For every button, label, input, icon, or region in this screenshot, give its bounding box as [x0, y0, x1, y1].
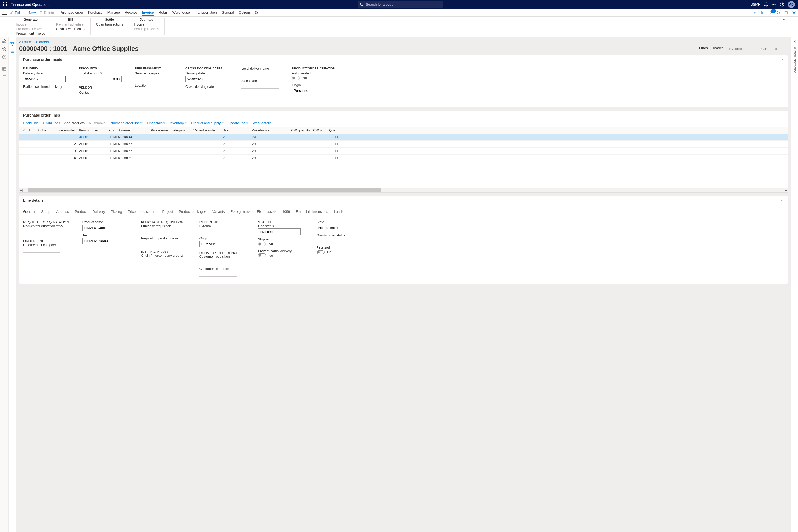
remove-button[interactable]: Remove	[89, 121, 105, 125]
nav-toggle-icon[interactable]	[2, 11, 7, 15]
delivery-date-input[interactable]	[23, 76, 66, 82]
service-category[interactable]	[135, 76, 172, 81]
purchase-requisition[interactable]	[141, 228, 178, 234]
intercompany-origin[interactable]	[141, 258, 178, 263]
col-cw-unit[interactable]: CW unit	[311, 128, 327, 132]
table-row[interactable]: 3A0001HDMI 6' Cables2291.0	[19, 148, 787, 155]
ld-tab-setup[interactable]: Setup	[41, 210, 50, 215]
origin-field[interactable]	[292, 88, 334, 94]
table-row[interactable]: 1A0001HDMI 6' Cables2291.0	[19, 134, 787, 141]
tab-purchase[interactable]: Purchase	[88, 9, 103, 16]
ld-tab-general[interactable]: General	[23, 210, 35, 215]
ribbon-invoice[interactable]: Invoice	[16, 23, 45, 26]
state-field[interactable]	[317, 225, 359, 231]
col-variant[interactable]: Variant number	[192, 128, 221, 132]
delete-button[interactable]: Delete	[39, 11, 54, 15]
link-icon[interactable]	[754, 11, 758, 15]
customer-requisition[interactable]	[200, 259, 237, 264]
ribbon-payment-schedule[interactable]: Payment schedule	[56, 23, 85, 26]
ld-tab-product-packages[interactable]: Product packages	[179, 210, 206, 215]
tab-manage[interactable]: Manage	[108, 9, 120, 16]
po-header-toggle[interactable]: Purchase order header	[19, 55, 787, 64]
external-ref[interactable]	[200, 228, 237, 234]
add-lines-button[interactable]: Add lines	[42, 121, 60, 125]
total-discount-pct[interactable]	[79, 76, 121, 82]
close-icon[interactable]	[792, 11, 796, 15]
add-line-button[interactable]: Add line	[22, 121, 38, 125]
search-action-icon[interactable]	[255, 11, 259, 15]
table-row[interactable]: 2A0001HDMI 6' Cables2291.0	[19, 141, 787, 148]
add-products-button[interactable]: Add products	[64, 121, 84, 125]
star-icon[interactable]	[2, 47, 6, 51]
ribbon-pending-invoices[interactable]: Pending invoices	[134, 27, 159, 31]
vendor-contact[interactable]	[79, 95, 116, 100]
related-info-button[interactable]: Related information	[793, 46, 797, 73]
filter-icon[interactable]	[11, 42, 14, 46]
modules-icon[interactable]	[2, 75, 6, 79]
update-line-dropdown[interactable]: Update line▽	[228, 121, 248, 125]
new-button[interactable]: New	[24, 11, 36, 15]
tab-receive[interactable]: Receive	[125, 9, 137, 16]
global-search[interactable]: Search for a page	[358, 1, 443, 8]
tab-transportation[interactable]: Transportation	[195, 9, 217, 16]
location[interactable]	[135, 88, 172, 93]
tab-warehouse[interactable]: Warehouse	[172, 9, 190, 16]
grid-select-all[interactable]	[21, 128, 27, 132]
work-details-button[interactable]: Work details	[252, 121, 271, 125]
sales-date[interactable]	[241, 83, 279, 89]
col-warehouse[interactable]: Warehouse	[250, 128, 285, 132]
prevent-partial-toggle[interactable]: No	[258, 253, 273, 258]
ribbon-invoice[interactable]: Invoice	[134, 23, 159, 26]
bell-icon[interactable]	[764, 2, 768, 7]
line-status[interactable]	[258, 228, 301, 235]
ribbon-open-transactions[interactable]: Open transactions	[96, 23, 123, 26]
chevron-left-icon[interactable]	[793, 40, 796, 43]
attachments-button[interactable]: 0	[769, 11, 773, 15]
req-product-name[interactable]	[141, 241, 178, 246]
inventory-dropdown[interactable]: Inventory▽	[170, 121, 187, 125]
popout-icon[interactable]	[784, 11, 788, 15]
tab-options[interactable]: Options	[239, 9, 251, 16]
ribbon-pro-forma-invoice[interactable]: Pro forma invoice	[16, 27, 45, 31]
app-launcher-icon[interactable]	[3, 2, 7, 7]
ld-tab-product[interactable]: Product	[75, 210, 87, 215]
col-product-name[interactable]: Product name	[107, 128, 149, 132]
ld-tab-fixed-assets[interactable]: Fixed assets	[257, 210, 277, 215]
ld-tab-financial-dimensions[interactable]: Financial dimensions	[296, 210, 328, 215]
po-line-dropdown[interactable]: Purchase order line▽	[110, 121, 143, 125]
quality-order-status[interactable]	[317, 238, 354, 243]
tab-purchase-order[interactable]: Purchase order	[60, 9, 83, 16]
col-type[interactable]: Typ	[27, 128, 35, 132]
cross-docking-date[interactable]	[185, 89, 223, 94]
rfq-reply[interactable]	[23, 228, 60, 234]
view-lines[interactable]: Lines	[699, 46, 708, 51]
product-supply-dropdown[interactable]: Product and supply▽	[191, 121, 224, 125]
help-icon[interactable]	[780, 2, 784, 7]
home-icon[interactable]	[2, 39, 6, 43]
ld-tab-price-and-discount[interactable]: Price and discount	[128, 210, 156, 215]
col-budget[interactable]: Budget chec...	[35, 128, 54, 132]
ld-tab-foreign-trade[interactable]: Foreign trade	[231, 210, 251, 215]
ribbon-collapse-icon[interactable]	[783, 18, 786, 21]
breadcrumb[interactable]: All purchase orders	[19, 40, 788, 44]
ld-product-name[interactable]	[82, 225, 125, 231]
table-row[interactable]: 4A0001HDMI 6' Cables2291.0	[19, 155, 787, 162]
ld-tab-delivery[interactable]: Delivery	[93, 210, 105, 215]
col-cw-qty[interactable]: CW quantity	[285, 128, 311, 132]
ld-text[interactable]	[82, 238, 125, 244]
user-avatar[interactable]: AD	[788, 1, 795, 8]
company-code[interactable]: USMF	[750, 2, 760, 6]
ribbon-prepayment-invoice[interactable]: Prepayment invoice	[16, 32, 45, 35]
ribbon-cash-flow-forecasts[interactable]: Cash flow forecasts	[56, 27, 85, 31]
ld-tab-picking[interactable]: Picking	[111, 210, 122, 215]
col-quantity[interactable]: Quanti	[327, 128, 341, 132]
auto-created-toggle[interactable]: No	[292, 76, 307, 80]
list-icon[interactable]	[11, 49, 14, 53]
financials-dropdown[interactable]: Financials▽	[147, 121, 166, 125]
customer-reference[interactable]	[200, 271, 237, 277]
gear-icon[interactable]	[772, 2, 776, 7]
ld-tab-address[interactable]: Address	[56, 210, 69, 215]
tab-invoice[interactable]: Invoice	[142, 9, 154, 16]
line-details-toggle[interactable]: Line details	[19, 196, 787, 205]
view-header[interactable]: Header	[711, 46, 723, 51]
